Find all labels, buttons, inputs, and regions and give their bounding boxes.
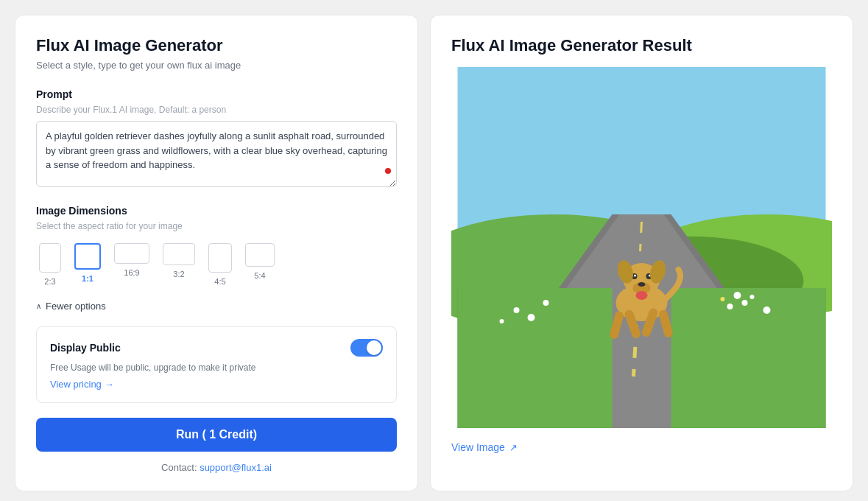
dimensions-section: Image Dimensions Select the aspect ratio… bbox=[36, 205, 397, 289]
right-panel-title: Flux AI Image Generator Result bbox=[451, 36, 832, 55]
ratio-4-5-label: 4:5 bbox=[214, 277, 225, 286]
svg-point-18 bbox=[721, 297, 725, 301]
view-image-label: View Image bbox=[451, 441, 505, 453]
chevron-up-icon: ∧ bbox=[36, 302, 41, 310]
view-image-link[interactable]: View Image ↗ bbox=[451, 441, 518, 453]
ratio-5-4-box bbox=[245, 243, 275, 267]
svg-point-16 bbox=[750, 295, 755, 299]
ratio-4-5-box bbox=[208, 243, 232, 273]
ratio-2-3[interactable]: 2:3 bbox=[36, 240, 64, 289]
left-panel: Flux AI Image Generator Select a style, … bbox=[15, 15, 418, 491]
prompt-section: Prompt Describe your Flux.1 AI image, De… bbox=[36, 88, 397, 190]
contact-email-link[interactable]: support@flux1.ai bbox=[200, 462, 272, 473]
view-pricing-label: View pricing bbox=[50, 379, 102, 390]
display-public-box: Display Public Free Usage will be public… bbox=[36, 326, 397, 403]
ratio-1-1-label: 1:1 bbox=[82, 274, 93, 283]
prompt-textarea[interactable]: A playful golden retriever dashes joyful… bbox=[36, 121, 397, 187]
ratio-16-9-label: 16:9 bbox=[124, 268, 139, 277]
dimensions-hint: Select the aspect ratio for your image bbox=[36, 221, 397, 231]
svg-point-15 bbox=[727, 304, 733, 309]
svg-point-19 bbox=[528, 314, 535, 321]
display-public-header: Display Public bbox=[50, 339, 383, 357]
main-container: Flux AI Image Generator Select a style, … bbox=[15, 15, 853, 491]
svg-point-29 bbox=[634, 275, 636, 277]
svg-point-21 bbox=[514, 307, 520, 313]
svg-point-20 bbox=[543, 300, 549, 306]
svg-rect-11 bbox=[458, 288, 613, 428]
ratio-1-1[interactable]: 1:1 bbox=[71, 240, 104, 289]
left-panel-subtitle: Select a style, type to get your own flu… bbox=[36, 60, 397, 71]
contact-prefix: Contact: bbox=[161, 462, 200, 473]
prompt-hint: Describe your Flux.1 AI image, Default: … bbox=[36, 105, 397, 115]
svg-point-26 bbox=[638, 282, 646, 287]
arrow-icon: → bbox=[105, 379, 114, 390]
svg-point-13 bbox=[734, 292, 741, 299]
svg-point-37 bbox=[636, 291, 648, 300]
right-panel: Flux AI Image Generator Result bbox=[430, 15, 853, 491]
svg-point-22 bbox=[500, 319, 504, 323]
ratio-2-3-box bbox=[39, 243, 61, 273]
ratio-3-2[interactable]: 3:2 bbox=[160, 240, 198, 289]
ratio-16-9[interactable]: 16:9 bbox=[111, 240, 152, 289]
fewer-options-label: Fewer options bbox=[46, 301, 106, 312]
ratio-1-1-box bbox=[74, 243, 101, 270]
ratio-2-3-label: 2:3 bbox=[44, 277, 55, 286]
aspect-ratio-group: 2:3 1:1 16:9 3:2 bbox=[36, 240, 397, 289]
svg-point-17 bbox=[763, 306, 771, 314]
fewer-options-button[interactable]: ∧ Fewer options bbox=[36, 301, 397, 312]
display-public-desc: Free Usage will be public, upgrade to ma… bbox=[50, 362, 383, 373]
ratio-4-5[interactable]: 4:5 bbox=[205, 240, 235, 289]
display-public-toggle[interactable] bbox=[350, 339, 383, 357]
ratio-3-2-label: 3:2 bbox=[173, 270, 184, 278]
run-button[interactable]: Run ( 1 Credit) bbox=[36, 418, 397, 452]
dimensions-label: Image Dimensions bbox=[36, 205, 397, 217]
textarea-wrapper: A playful golden retriever dashes joyful… bbox=[36, 121, 397, 190]
view-pricing-link[interactable]: View pricing → bbox=[50, 379, 114, 390]
generated-image bbox=[451, 67, 832, 428]
display-public-title: Display Public bbox=[50, 342, 121, 354]
external-link-icon: ↗ bbox=[509, 442, 518, 453]
ratio-5-4[interactable]: 5:4 bbox=[242, 240, 278, 289]
ratio-16-9-box bbox=[114, 243, 149, 264]
red-dot-indicator bbox=[385, 168, 391, 174]
prompt-label: Prompt bbox=[36, 88, 397, 100]
left-panel-title: Flux AI Image Generator bbox=[36, 36, 397, 55]
result-image-container bbox=[451, 67, 832, 431]
toggle-knob bbox=[367, 340, 381, 355]
ratio-5-4-label: 5:4 bbox=[254, 271, 265, 280]
ratio-3-2-box bbox=[163, 243, 195, 265]
svg-rect-12 bbox=[671, 288, 826, 428]
svg-point-14 bbox=[742, 300, 748, 306]
contact-line: Contact: support@flux1.ai bbox=[36, 462, 397, 473]
